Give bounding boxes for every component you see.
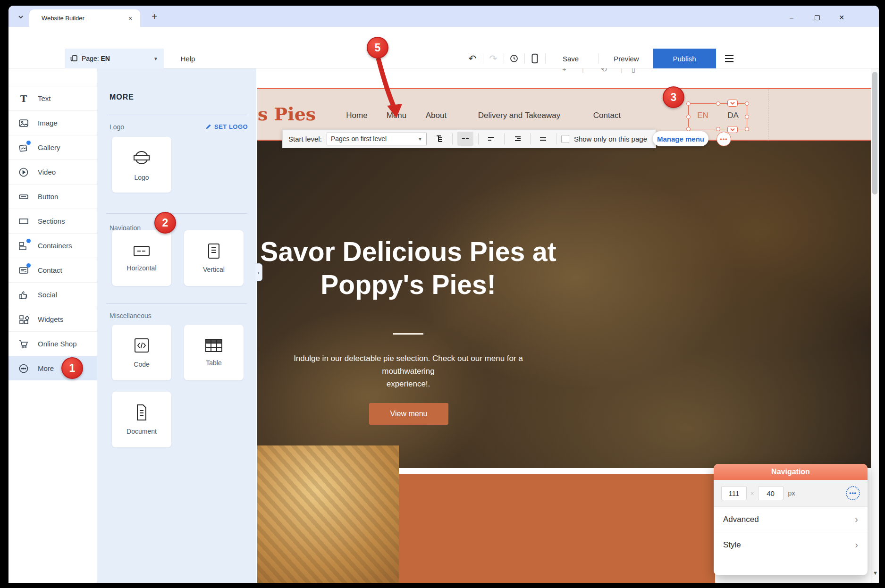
sidebar-item-image[interactable]: Image	[8, 110, 97, 135]
tab-close-icon[interactable]: ×	[126, 14, 135, 23]
new-tab-button[interactable]: +	[148, 10, 160, 23]
navigation-toolbar: Start level: Pages on first level ▼	[282, 129, 656, 148]
sidebar-item-text[interactable]: T Text	[8, 86, 97, 110]
history-button[interactable]	[505, 49, 523, 68]
menu-style-right-button[interactable]	[509, 132, 525, 146]
code-icon	[133, 337, 150, 354]
undo-button[interactable]: ↶	[463, 49, 482, 68]
element-card-horizontal-nav[interactable]: Horizontal	[112, 230, 171, 286]
site-nav-contact[interactable]: Contact	[593, 110, 621, 121]
element-options-icon[interactable]: •••	[716, 132, 731, 146]
selection-outline[interactable]	[688, 103, 747, 129]
chevron-right-icon: ›	[855, 514, 858, 525]
start-level-label: Start level:	[288, 135, 322, 143]
tab-search-icon[interactable]	[14, 10, 27, 24]
builder-appbar: Page: EN ▼ Help ↶ ↷ Save Preview Publish	[8, 49, 879, 68]
site-nav-home[interactable]: Home	[346, 110, 367, 121]
mobile-preview-button[interactable]	[525, 49, 544, 68]
set-logo-button[interactable]: SET LOGO	[205, 123, 248, 130]
element-card-logo[interactable]: Logo	[112, 137, 171, 193]
hero-title: Savor Delicious Pies at Poppy's Pies!	[257, 235, 559, 301]
sidebar-item-widgets[interactable]: Widgets	[8, 307, 97, 331]
resize-handle-se[interactable]	[745, 127, 749, 131]
hero-section[interactable]: Savor Delicious Pies at Poppy's Pies! In…	[257, 141, 871, 468]
logo-section-label: Logo	[110, 123, 124, 131]
advanced-row[interactable]: Advanced ›	[714, 506, 868, 532]
selection-chevron-top[interactable]	[727, 100, 738, 107]
page-selector[interactable]: Page: EN ▼	[65, 49, 164, 68]
new-badge	[26, 263, 31, 268]
sidebar-item-contact[interactable]: Contact	[8, 258, 97, 282]
menu-style-tree-button[interactable]	[431, 132, 447, 146]
annotation-badge-5: 5	[367, 37, 388, 59]
cart-icon	[18, 338, 29, 350]
browser-tab[interactable]: Website Builder ×	[29, 9, 140, 27]
preview-button[interactable]: Preview	[602, 49, 650, 68]
more-panel: MORE Logo SET LOGO Logo Navigation Horiz…	[97, 68, 256, 583]
maximize-icon	[815, 15, 820, 20]
scrollbar-thumb[interactable]	[872, 72, 877, 194]
sidebar-item-online-shop[interactable]: Online Shop	[8, 331, 97, 356]
builder-menu-icon[interactable]	[719, 49, 739, 68]
resize-handle-sw[interactable]	[686, 127, 691, 131]
sidebar-item-gallery[interactable]: Gallery	[8, 135, 97, 160]
vertical-nav-icon	[207, 243, 221, 259]
horizontal-nav-icon	[132, 244, 151, 258]
window-minimize-button[interactable]: –	[784, 11, 799, 24]
panel-collapse-toggle[interactable]: ‹	[255, 263, 262, 281]
panel-title[interactable]: Navigation	[714, 464, 868, 480]
save-button[interactable]: Save	[547, 49, 595, 68]
window-close-button[interactable]: ✕	[834, 11, 849, 24]
width-input[interactable]	[721, 486, 747, 500]
help-button[interactable]: Help	[171, 49, 205, 68]
resize-handle-w[interactable]	[686, 115, 691, 119]
element-card-document[interactable]: Document	[112, 392, 171, 447]
sidebar-item-sections[interactable]: Sections	[8, 209, 97, 233]
browser-tab-strip: Website Builder × + – ✕	[8, 6, 879, 27]
chevron-right-icon: ›	[855, 539, 858, 550]
contact-icon	[18, 265, 29, 276]
menu-style-lines-button[interactable]	[535, 132, 551, 146]
sidebar-item-video[interactable]: Video	[8, 160, 97, 184]
start-level-select[interactable]: Pages on first level ▼	[327, 133, 427, 145]
scrollbar-down-arrow[interactable]: ▼	[873, 570, 878, 576]
site-nav-delivery[interactable]: Delivery and Takeaway	[478, 110, 561, 121]
page-caret-icon: ▼	[153, 56, 158, 61]
site-nav-about[interactable]: About	[426, 110, 447, 121]
publish-button[interactable]: Publish	[653, 49, 716, 68]
resize-handle-s[interactable]	[716, 127, 720, 131]
resize-handle-n[interactable]	[716, 101, 720, 106]
site-logo-text[interactable]: s Pies	[258, 103, 316, 125]
table-icon	[205, 338, 223, 353]
size-options-icon[interactable]: •••	[846, 486, 860, 500]
show-only-label: Show only on this page	[574, 135, 647, 143]
sidebar-item-button[interactable]: Button	[8, 184, 97, 209]
menu-style-left-button[interactable]	[483, 132, 499, 146]
window-maximize-button[interactable]	[810, 11, 824, 24]
element-card-code[interactable]: Code	[112, 325, 171, 380]
style-row[interactable]: Style ›	[714, 532, 868, 557]
sidebar-item-containers[interactable]: Containers	[8, 233, 97, 258]
view-menu-button[interactable]: View menu	[369, 403, 448, 425]
element-card-table[interactable]: Table	[184, 325, 244, 380]
element-card-vertical-nav[interactable]: Vertical	[184, 230, 244, 286]
resize-handle-ne[interactable]	[745, 101, 749, 106]
pages-icon	[70, 55, 78, 62]
height-input[interactable]	[758, 486, 784, 500]
more-panel-title: MORE	[110, 93, 134, 101]
redo-button[interactable]: ↷	[484, 49, 503, 68]
orange-content-block[interactable]	[373, 474, 715, 583]
selection-chevron-bottom[interactable]	[727, 126, 738, 133]
miscellaneous-section-label: Miscellaneous	[110, 312, 152, 319]
page-label: Page: EN	[82, 55, 110, 62]
sidebar-item-more[interactable]: More	[8, 356, 97, 380]
menu-style-horizontal-button[interactable]	[457, 132, 473, 146]
show-only-checkbox[interactable]	[561, 135, 569, 143]
sidebar-item-social[interactable]: Social	[8, 282, 97, 307]
site-nav-menu[interactable]: Menu	[387, 110, 407, 121]
times-glyph: ×	[750, 490, 754, 497]
resize-handle-e[interactable]	[745, 115, 749, 119]
manage-menu-button[interactable]: Manage menu	[653, 131, 708, 146]
resize-handle-nw[interactable]	[686, 101, 691, 106]
annotation-badge-3: 3	[663, 86, 684, 108]
